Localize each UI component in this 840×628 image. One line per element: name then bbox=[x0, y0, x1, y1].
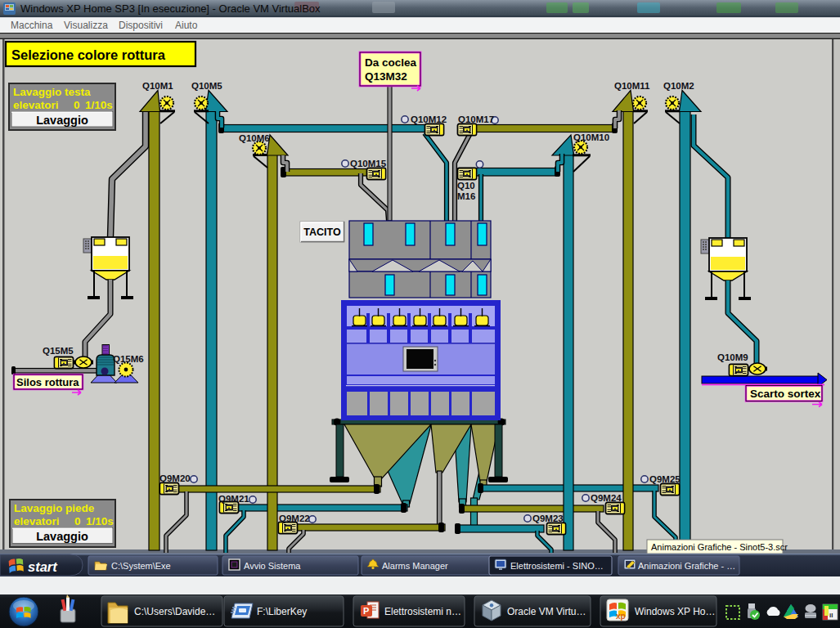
svg-text:1/10s: 1/10s bbox=[85, 99, 113, 111]
svg-text:Q10M15: Q10M15 bbox=[350, 159, 387, 168]
svg-text:M16: M16 bbox=[457, 191, 475, 201]
svg-text:Q10M11: Q10M11 bbox=[614, 81, 650, 91]
svg-text:Q9M21: Q9M21 bbox=[218, 494, 249, 504]
svg-text:C:\Users\Davide…: C:\Users\Davide… bbox=[134, 606, 215, 617]
svg-text:Animazioni Grafiche - Sinot5-3: Animazioni Grafiche - Sinot5-3.scr bbox=[651, 542, 788, 552]
svg-text:TACITO: TACITO bbox=[303, 227, 341, 238]
svg-text:Q15M5: Q15M5 bbox=[43, 346, 74, 356]
svg-text:Q10M2: Q10M2 bbox=[663, 81, 694, 91]
svg-text:Da coclea: Da coclea bbox=[365, 56, 417, 69]
svg-text:Q10: Q10 bbox=[457, 181, 475, 191]
svg-text:il: il bbox=[829, 612, 833, 619]
svg-text:F:\LiberKey: F:\LiberKey bbox=[257, 606, 307, 617]
svg-text:Q9M22: Q9M22 bbox=[279, 514, 310, 523]
svg-text:Lavaggio: Lavaggio bbox=[36, 530, 88, 543]
svg-text:Q9M23: Q9M23 bbox=[532, 514, 564, 523]
svg-text:Q10M12: Q10M12 bbox=[411, 114, 447, 124]
svg-text:C:\System\Exe: C:\System\Exe bbox=[111, 561, 171, 571]
svg-text:Oracle VM Virtu…: Oracle VM Virtu… bbox=[507, 606, 586, 617]
svg-text:Dispositivi: Dispositivi bbox=[119, 20, 163, 31]
svg-text:Q10M10: Q10M10 bbox=[573, 132, 609, 142]
svg-text:Silos rottura: Silos rottura bbox=[16, 376, 79, 388]
svg-text:Q9M25: Q9M25 bbox=[649, 474, 681, 484]
svg-text:xp: xp bbox=[616, 612, 626, 621]
svg-text:P: P bbox=[363, 606, 369, 616]
svg-text:Lavaggio: Lavaggio bbox=[36, 114, 88, 127]
svg-text:Selezione colore rottura: Selezione colore rottura bbox=[11, 47, 166, 62]
svg-text:Scarto sortex: Scarto sortex bbox=[750, 388, 821, 400]
svg-text:Avvio Sistema: Avvio Sistema bbox=[244, 561, 301, 571]
svg-text:Q9M20: Q9M20 bbox=[159, 473, 191, 483]
svg-text:Q9M24: Q9M24 bbox=[591, 493, 622, 503]
svg-text:Elettrosistemi - SINO…: Elettrosistemi - SINO… bbox=[510, 561, 604, 571]
svg-text:Windows XP Home SP3 [In esecuz: Windows XP Home SP3 [In esecuzione] - Or… bbox=[20, 2, 321, 15]
svg-text:0: 0 bbox=[74, 515, 81, 527]
svg-text:Elettrosistemi n…: Elettrosistemi n… bbox=[384, 606, 461, 617]
svg-text:Q15M6: Q15M6 bbox=[113, 354, 144, 364]
svg-text:Macchina: Macchina bbox=[11, 20, 53, 31]
svg-text:Lavaggio piede: Lavaggio piede bbox=[14, 502, 95, 514]
svg-text:start: start bbox=[28, 559, 58, 574]
svg-text:elevatori: elevatori bbox=[13, 99, 59, 111]
svg-text:Q10M6: Q10M6 bbox=[239, 133, 270, 143]
svg-text:Visualizza: Visualizza bbox=[64, 20, 108, 31]
svg-text:elevatori: elevatori bbox=[14, 515, 60, 527]
svg-text:Q10M5: Q10M5 bbox=[191, 81, 222, 91]
svg-text:Q13M32: Q13M32 bbox=[365, 70, 407, 83]
svg-text:Aiuto: Aiuto bbox=[175, 20, 198, 31]
svg-text:Animazioni Grafiche - …: Animazioni Grafiche - … bbox=[638, 561, 735, 571]
svg-text:Windows XP Ho…: Windows XP Ho… bbox=[635, 606, 715, 617]
svg-text:Q10M1: Q10M1 bbox=[142, 81, 173, 91]
svg-text:0: 0 bbox=[74, 99, 80, 111]
svg-text:Alarms Manager: Alarms Manager bbox=[382, 561, 448, 571]
svg-text:Q10M9: Q10M9 bbox=[717, 352, 748, 362]
svg-text:Q10M17: Q10M17 bbox=[458, 114, 494, 124]
svg-text:1/10s: 1/10s bbox=[86, 515, 114, 527]
svg-text:Lavaggio testa: Lavaggio testa bbox=[13, 86, 91, 98]
